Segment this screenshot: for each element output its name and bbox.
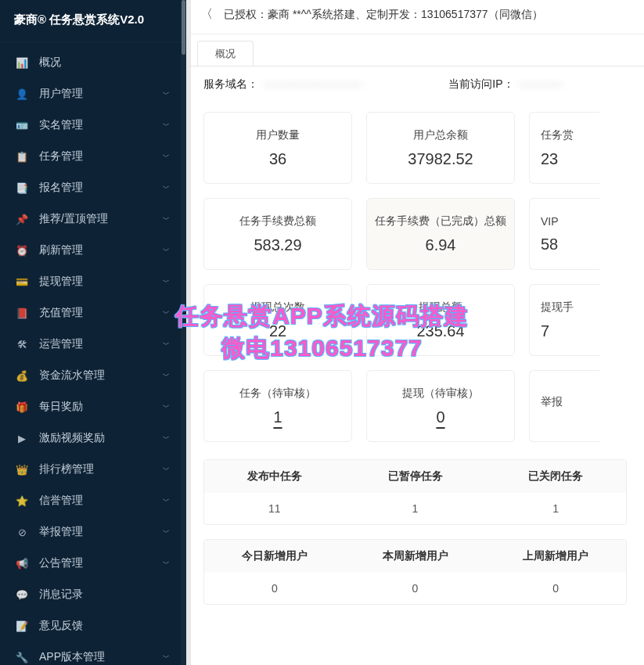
chevron-down-icon: ﹀ xyxy=(163,370,170,382)
sidebar-item[interactable]: 🔧APP版本管理﹀ xyxy=(0,642,186,665)
nav-icon: 📋 xyxy=(16,151,28,163)
sidebar-item[interactable]: ⊘举报管理﹀ xyxy=(0,516,186,548)
stat-card[interactable]: 提现（待审核）0 xyxy=(366,370,515,442)
sidebar-item[interactable]: 💰资金流水管理﹀ xyxy=(0,360,186,391)
stat-value: 7 xyxy=(541,322,549,340)
stat-value: 1 xyxy=(273,408,282,426)
sidebar-item[interactable]: ⏰刷新管理﹀ xyxy=(0,235,186,266)
chevron-down-icon: ﹀ xyxy=(163,88,170,100)
tabs: 概况 xyxy=(186,41,644,66)
sidebar-item[interactable]: ⭐信誉管理﹀ xyxy=(0,485,186,516)
tab-overview[interactable]: 概况 xyxy=(197,41,254,66)
ip-label: 当前访问IP： xyxy=(448,77,513,92)
nav-icon: 💬 xyxy=(16,589,28,601)
chevron-down-icon: ﹀ xyxy=(163,151,170,163)
sidebar-item[interactable]: 🪪实名管理﹀ xyxy=(0,110,186,141)
stat-title: VIP xyxy=(541,215,559,228)
stat-card[interactable]: 任务（待审核）1 xyxy=(203,370,352,442)
main: 〈 已授权：豪商 **^^系统搭建、定制开发：13106517377（同微信） … xyxy=(186,0,644,665)
nav-icon: ⊘ xyxy=(16,527,28,538)
sidebar-item[interactable]: 📊概况 xyxy=(0,47,186,78)
nav-icon: 📊 xyxy=(16,57,28,69)
stat-title: 提现（待审核） xyxy=(402,386,479,401)
stat-card: 举报 xyxy=(529,370,599,442)
nav-label: 用户管理 xyxy=(39,87,162,101)
sidebar-item[interactable]: 📌推荐/置顶管理﹀ xyxy=(0,203,186,235)
table-header-cell: 发布中任务 xyxy=(204,460,345,493)
user-growth-table: 今日新增用户本周新增用户上周新增用户 000 xyxy=(203,539,627,605)
topbar-text: 已授权：豪商 **^^系统搭建、定制开发：13106517377（同微信） xyxy=(224,8,543,22)
nav-icon: 🔧 xyxy=(16,652,28,663)
stat-value: 235.64 xyxy=(416,322,464,340)
ip-value: ············· xyxy=(519,77,563,92)
table-cell: 0 xyxy=(204,573,345,604)
nav-icon: 📢 xyxy=(16,558,28,570)
sidebar-scrollbar[interactable] xyxy=(181,0,186,665)
chevron-down-icon: ﹀ xyxy=(163,495,170,507)
nav-label: 概况 xyxy=(39,56,171,70)
table-cell: 0 xyxy=(485,573,626,604)
stat-value: 36 xyxy=(269,150,286,168)
stat-title: 任务赏 xyxy=(541,128,574,142)
nav-icon: 💳 xyxy=(16,276,28,288)
nav-label: 激励视频奖励 xyxy=(39,431,162,445)
sidebar-item[interactable]: 📋任务管理﹀ xyxy=(0,141,186,172)
sidebar-item[interactable]: 💬消息记录 xyxy=(0,579,186,610)
stat-value: 58 xyxy=(541,235,558,253)
stat-title: 提现总额 xyxy=(419,300,462,315)
sidebar-item[interactable]: 📕充值管理﹀ xyxy=(0,297,186,329)
table-cell: 1 xyxy=(485,493,626,524)
sidebar-item[interactable]: 👤用户管理﹀ xyxy=(0,78,186,110)
stat-title: 任务（待审核） xyxy=(239,386,316,401)
stat-card: 任务手续费（已完成）总额6.94 xyxy=(366,198,515,270)
stat-title: 提现手 xyxy=(541,300,574,315)
stat-value: 22 xyxy=(269,322,286,340)
nav-icon: 📑 xyxy=(16,182,28,194)
stat-value: 6.94 xyxy=(426,236,456,254)
stat-value: 583.29 xyxy=(254,236,301,254)
stat-title: 任务手续费总额 xyxy=(239,214,316,228)
chevron-down-icon: ﹀ xyxy=(163,120,170,131)
stat-title: 提现总次数 xyxy=(250,300,305,315)
sidebar-item[interactable]: 👑排行榜管理﹀ xyxy=(0,454,186,485)
table-header-cell: 已暂停任务 xyxy=(345,460,486,493)
nav-label: 提现管理 xyxy=(39,275,162,289)
nav-icon: ▶ xyxy=(16,433,28,444)
sidebar: 豪商® 任务悬赏系统V2.0 📊概况👤用户管理﹀🪪实名管理﹀📋任务管理﹀📑报名管… xyxy=(0,0,186,665)
nav-icon: ⏰ xyxy=(16,245,28,257)
chevron-down-icon: ﹀ xyxy=(163,307,170,319)
sidebar-item[interactable]: 🛠运营管理﹀ xyxy=(0,329,186,360)
chevron-down-icon: ﹀ xyxy=(163,527,170,538)
sidebar-item[interactable]: ▶激励视频奖励﹀ xyxy=(0,422,186,454)
nav-label: 实名管理 xyxy=(39,118,162,132)
nav-icon: 📕 xyxy=(16,307,28,319)
nav-icon: 👑 xyxy=(16,464,28,476)
nav-icon: 📝 xyxy=(16,620,28,632)
back-icon[interactable]: 〈 xyxy=(197,6,224,23)
table-header-cell: 上周新增用户 xyxy=(485,540,626,573)
sidebar-scroll-thumb[interactable] xyxy=(182,0,185,55)
nav-label: 资金流水管理 xyxy=(39,368,162,383)
chevron-down-icon: ﹀ xyxy=(163,182,170,194)
nav-label: 推荐/置顶管理 xyxy=(39,212,162,226)
nav-label: 充值管理 xyxy=(39,306,162,320)
task-status-table: 发布中任务已暂停任务已关闭任务 1111 xyxy=(203,459,627,525)
nav-label: 运营管理 xyxy=(39,337,162,351)
chevron-down-icon: ﹀ xyxy=(163,558,170,570)
table-cell: 11 xyxy=(204,493,345,524)
nav-label: 信誉管理 xyxy=(39,494,162,508)
sidebar-item[interactable]: 📝意见反馈 xyxy=(0,610,186,642)
nav-icon: 🎁 xyxy=(16,401,28,413)
table-cell: 1 xyxy=(345,493,486,524)
nav-icon: ⭐ xyxy=(16,495,28,507)
sidebar-item[interactable]: 🎁每日奖励﹀ xyxy=(0,391,186,422)
sidebar-item[interactable]: 📢公告管理﹀ xyxy=(0,548,186,579)
sidebar-item[interactable]: 💳提现管理﹀ xyxy=(0,266,186,297)
chevron-down-icon: ﹀ xyxy=(163,214,170,225)
stat-card: VIP58 xyxy=(529,198,599,270)
stat-card: 用户数量36 xyxy=(203,112,352,184)
sidebar-item[interactable]: 📑报名管理﹀ xyxy=(0,172,186,203)
stat-card: 提现手7 xyxy=(529,284,599,356)
nav-label: 任务管理 xyxy=(39,149,162,164)
chevron-down-icon: ﹀ xyxy=(163,245,170,257)
